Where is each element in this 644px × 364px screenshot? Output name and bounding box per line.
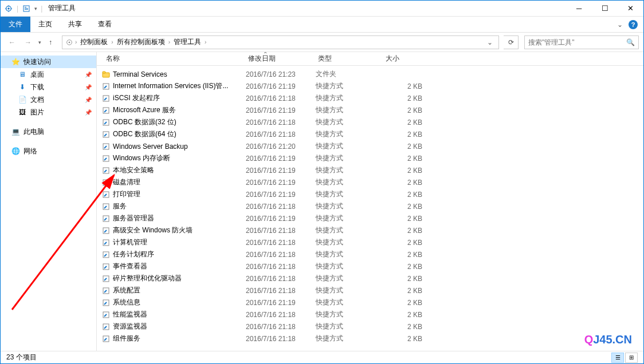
file-row[interactable]: 系统配置 2016/7/16 21:18 快捷方式 2 KB [97,284,643,296]
file-icon [101,94,111,103]
icons-view-button[interactable]: ⊞ [625,353,638,363]
tab-file[interactable]: 文件 [1,17,30,32]
help-icon[interactable]: ? [629,20,638,29]
file-row[interactable]: 系统信息 2016/7/16 21:19 快捷方式 2 KB [97,296,643,308]
file-icon [101,118,111,127]
sidebar-desktop[interactable]: 🖥 桌面 📌 [1,68,96,81]
downloads-icon: ⬇ [18,82,27,92]
sidebar-this-pc[interactable]: 💻 此电脑 [1,125,96,138]
file-type: 快捷方式 [316,262,383,271]
tab-home[interactable]: 主页 [30,17,60,32]
file-date: 2016/7/16 21:19 [246,167,316,175]
file-list[interactable]: Terminal Services 2016/7/16 21:23 文件夹 In… [97,66,643,351]
breadcrumb-separator-icon: › [203,39,207,45]
search-box[interactable]: 🔍 [524,35,639,49]
file-row[interactable]: 磁盘清理 2016/7/16 21:19 快捷方式 2 KB [97,176,643,188]
file-type: 快捷方式 [316,105,383,115]
file-row[interactable]: 服务器管理器 2016/7/16 21:19 快捷方式 2 KB [97,212,643,224]
file-type: 快捷方式 [316,274,383,283]
qat: | ▾ | [1,4,44,13]
qat-properties-icon[interactable] [22,4,31,13]
sidebar-pictures[interactable]: 🖼 图片 📌 [1,106,96,118]
file-size: 2 KB [383,263,429,271]
documents-icon: 📄 [18,95,27,104]
file-row[interactable]: 计算机管理 2016/7/16 21:18 快捷方式 2 KB [97,236,643,248]
file-row[interactable]: ODBC 数据源(32 位) 2016/7/16 21:18 快捷方式 2 KB [97,116,643,128]
sidebar-network[interactable]: 🌐 网络 [1,145,96,157]
up-button[interactable]: ↑ [44,35,57,49]
history-dropdown-icon[interactable]: ▾ [38,39,41,45]
file-row[interactable]: 服务 2016/7/16 21:18 快捷方式 2 KB [97,200,643,212]
file-name: Windows 内存诊断 [113,153,246,163]
file-icon [101,106,111,115]
expand-ribbon-icon[interactable]: ⌄ [617,21,623,29]
sidebar-documents[interactable]: 📄 文档 📌 [1,93,96,106]
sidebar-label: 下载 [30,82,44,92]
file-row[interactable]: 事件查看器 2016/7/16 21:18 快捷方式 2 KB [97,260,643,272]
tab-view[interactable]: 查看 [90,17,120,32]
file-icon [101,262,111,271]
breadcrumb-item[interactable]: 所有控制面板项 [115,37,167,47]
sidebar-label: 图片 [30,108,44,117]
file-icon [101,226,111,235]
details-view-button[interactable]: ☰ [611,353,624,363]
file-row[interactable]: 碎片整理和优化驱动器 2016/7/16 21:18 快捷方式 2 KB [97,272,643,284]
window-controls: ─ ☐ ✕ [566,1,643,17]
breadcrumb-dropdown-icon[interactable]: ⌄ [484,38,496,46]
file-row[interactable]: Windows 内存诊断 2016/7/16 21:19 快捷方式 2 KB [97,152,643,164]
file-type: 快捷方式 [316,81,383,91]
sidebar-downloads[interactable]: ⬇ 下载 📌 [1,81,96,93]
file-icon [101,250,111,259]
forward-button[interactable]: → [21,35,35,49]
star-icon: ⭐ [11,57,20,66]
file-type: 快捷方式 [316,93,383,103]
sidebar-quick-access[interactable]: ⭐ 快速访问 [1,56,96,68]
file-row[interactable]: Internet Information Services (IIS)管... … [97,80,643,92]
breadcrumb[interactable]: › 控制面板 › 所有控制面板项 › 管理工具 › ⌄ [62,35,499,49]
close-button[interactable]: ✕ [618,1,643,17]
ribbon-tabs: 文件 主页 共享 查看 ⌄ ? [1,17,643,33]
file-size: 2 KB [383,82,429,90]
file-size: 2 KB [383,335,429,343]
minimize-button[interactable]: ─ [566,1,592,17]
file-row[interactable]: iSCSI 发起程序 2016/7/16 21:18 快捷方式 2 KB [97,92,643,104]
sort-indicator-icon: ⌃ [263,52,268,57]
file-name: 组件服务 [113,334,246,343]
file-icon [101,310,111,319]
qat-dropdown-icon[interactable]: ▾ [34,6,37,11]
breadcrumb-item[interactable]: 管理工具 [171,37,203,47]
file-row[interactable]: Microsoft Azure 服务 2016/7/16 21:19 快捷方式 … [97,104,643,116]
file-row[interactable]: Windows Server Backup 2016/7/16 21:20 快捷… [97,140,643,152]
file-date: 2016/7/16 21:19 [246,179,316,187]
nav-bar: ← → ▾ ↑ › 控制面板 › 所有控制面板项 › 管理工具 › ⌄ ⟳ 🔍 [1,33,643,52]
file-type: 快捷方式 [316,201,383,211]
file-date: 2016/7/16 21:19 [246,155,316,163]
file-size: 2 KB [383,239,429,247]
refresh-button[interactable]: ⟳ [504,35,519,49]
file-row[interactable]: 打印管理 2016/7/16 21:19 快捷方式 2 KB [97,188,643,200]
column-header-size[interactable]: 大小 [381,54,427,64]
sidebar-label: 网络 [23,147,37,156]
back-button[interactable]: ← [5,35,19,49]
breadcrumb-item[interactable]: 控制面板 [78,37,110,47]
search-input[interactable] [528,38,626,46]
column-header-type[interactable]: 类型 [313,54,381,64]
maximize-button[interactable]: ☐ [592,1,618,17]
search-icon[interactable]: 🔍 [626,38,635,46]
column-header-name[interactable]: 名称 [101,54,244,64]
file-row[interactable]: ODBC 数据源(64 位) 2016/7/16 21:18 快捷方式 2 KB [97,128,643,140]
file-row[interactable]: 高级安全 Windows 防火墙 2016/7/16 21:18 快捷方式 2 … [97,224,643,236]
file-row[interactable]: 任务计划程序 2016/7/16 21:18 快捷方式 2 KB [97,248,643,260]
file-size: 2 KB [383,287,429,295]
file-row[interactable]: 本地安全策略 2016/7/16 21:19 快捷方式 2 KB [97,164,643,176]
tab-share[interactable]: 共享 [60,17,90,32]
file-date: 2016/7/16 21:19 [246,215,316,223]
file-row[interactable]: 性能监视器 2016/7/16 21:18 快捷方式 2 KB [97,308,643,321]
file-row[interactable]: Terminal Services 2016/7/16 21:23 文件夹 [97,68,643,80]
file-type: 文件夹 [316,69,383,79]
file-type: 快捷方式 [316,298,383,307]
column-header-date[interactable]: 修改日期 [244,54,313,64]
pin-icon: 📌 [85,109,92,116]
file-row[interactable]: 组件服务 2016/7/16 21:18 快捷方式 2 KB [97,333,643,345]
file-row[interactable]: 资源监视器 2016/7/16 21:18 快捷方式 2 KB [97,321,643,333]
